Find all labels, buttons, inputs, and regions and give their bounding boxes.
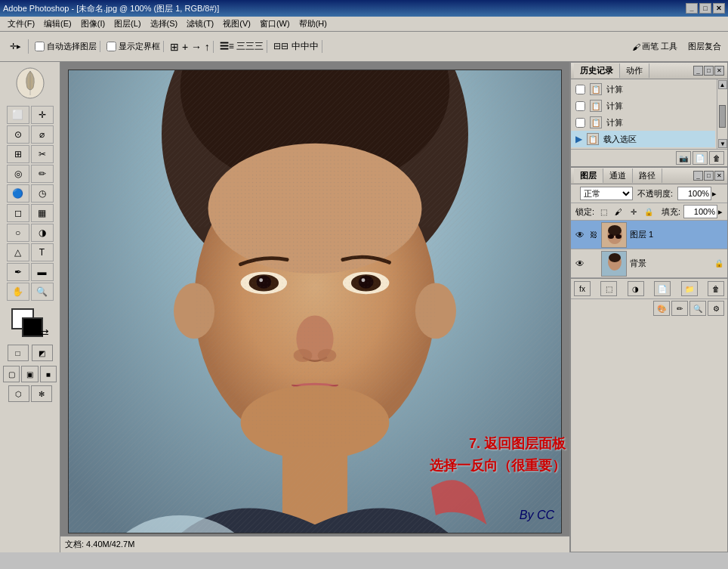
clone-stamp-tool[interactable]: 🔵 bbox=[7, 184, 29, 203]
lock-transparent-btn[interactable]: ⬚ bbox=[597, 206, 609, 218]
history-new-doc-btn[interactable]: 📄 bbox=[693, 151, 708, 165]
pen-tool[interactable]: ✒ bbox=[7, 263, 29, 281]
brush-tool-group-btn[interactable]: 🖌 画笔 工具 bbox=[628, 39, 681, 54]
magic-wand-tool[interactable]: ⌀ bbox=[31, 125, 54, 144]
new-layer-btn[interactable]: 📄 bbox=[654, 281, 671, 296]
crop-tool[interactable]: ⊞ bbox=[7, 145, 29, 163]
blur-tool[interactable]: ○ bbox=[7, 224, 29, 242]
swap-colors-icon[interactable]: ⇄ bbox=[40, 326, 49, 339]
layers-tab[interactable]: 图层 bbox=[574, 169, 603, 183]
history-minimize-btn[interactable]: _ bbox=[693, 66, 703, 76]
background-visibility-eye[interactable]: 👁 bbox=[574, 258, 586, 270]
lasso-tool[interactable]: ⊙ bbox=[7, 125, 29, 144]
menu-image[interactable]: 图像(I) bbox=[76, 17, 110, 31]
delete-layer-btn[interactable]: 🗑 bbox=[708, 281, 724, 296]
minimize-button[interactable]: _ bbox=[686, 3, 698, 14]
history-item-3[interactable]: 📋 计算 bbox=[571, 114, 715, 131]
menu-filter[interactable]: 滤镜(T) bbox=[182, 17, 218, 31]
show-bounds-checkbox[interactable] bbox=[106, 42, 116, 51]
layer-extra-2[interactable]: ✏ bbox=[671, 301, 688, 316]
history-tab[interactable]: 历史记录 bbox=[574, 63, 620, 78]
auto-select-checkbox[interactable] bbox=[35, 42, 45, 51]
layer-extra-3[interactable]: 🔍 bbox=[689, 301, 706, 316]
canvas-bottom-bar: 文档: 4.40M/42.7M bbox=[60, 536, 569, 552]
extra-tool-1[interactable]: ⬡ bbox=[8, 385, 29, 402]
scrollbar-thumb[interactable] bbox=[719, 105, 726, 128]
layer-item-1[interactable]: 👁 ⛓ 图层 1 bbox=[571, 221, 727, 249]
menu-file[interactable]: 文件(F) bbox=[3, 17, 39, 31]
shape-tool[interactable]: ▬ bbox=[31, 263, 54, 281]
eraser-tool[interactable]: ◻ bbox=[7, 204, 29, 222]
layers-minimize-btn[interactable]: _ bbox=[693, 171, 703, 181]
menu-window[interactable]: 窗口(W) bbox=[255, 17, 295, 31]
layer-extra-1[interactable]: 🎨 bbox=[653, 301, 670, 316]
full-screen-menu-btn[interactable]: ▣ bbox=[21, 366, 38, 382]
blend-mode-select[interactable]: 正常 溶解 正片叠底 bbox=[580, 187, 633, 200]
extra-tool-2[interactable]: ✻ bbox=[31, 385, 52, 402]
history-item-2-checkbox[interactable] bbox=[575, 101, 585, 111]
new-fill-layer-btn[interactable]: ◑ bbox=[628, 281, 644, 296]
move-tool-btn[interactable]: ✛▸ bbox=[6, 39, 25, 54]
show-bounds-label[interactable]: 显示定界框 bbox=[106, 41, 160, 52]
healing-brush-tool[interactable]: ◎ bbox=[7, 165, 29, 183]
layers-maximize-btn[interactable]: □ bbox=[704, 171, 714, 181]
pencil-tool[interactable]: ✏ bbox=[31, 165, 54, 183]
standard-mode-btn[interactable]: □ bbox=[8, 345, 29, 361]
opacity-arrow[interactable]: ▸ bbox=[712, 189, 717, 199]
opacity-input[interactable] bbox=[677, 187, 711, 200]
paths-tab[interactable]: 路径 bbox=[633, 169, 662, 183]
layers-close-btn[interactable]: ✕ bbox=[714, 171, 724, 181]
history-close-btn[interactable]: ✕ bbox=[714, 66, 724, 76]
fill-input[interactable] bbox=[683, 205, 717, 218]
quick-mask-btn[interactable]: ◩ bbox=[32, 345, 53, 361]
text-tool[interactable]: T bbox=[31, 243, 54, 261]
svg-point-36 bbox=[608, 234, 614, 239]
rectangular-marquee-tool[interactable]: ⬜ bbox=[7, 106, 29, 124]
close-button[interactable]: ✕ bbox=[713, 3, 725, 14]
menu-view[interactable]: 视图(V) bbox=[218, 17, 255, 31]
history-scrollbar[interactable]: ▲ ▼ bbox=[717, 79, 727, 149]
history-item-3-icon: 📋 bbox=[590, 116, 602, 128]
fill-arrow[interactable]: ▸ bbox=[718, 207, 723, 217]
full-screen-btn[interactable]: ■ bbox=[40, 366, 57, 382]
menu-help[interactable]: 帮助(H) bbox=[295, 17, 332, 31]
zoom-tool[interactable]: 🔍 bbox=[31, 283, 54, 301]
history-item-4[interactable]: ▶ 📋 载入选区 bbox=[571, 131, 715, 147]
history-item-1-checkbox[interactable] bbox=[575, 85, 585, 94]
scrollbar-up-btn[interactable]: ▲ bbox=[718, 80, 727, 89]
menu-layer[interactable]: 图层(L) bbox=[110, 17, 145, 31]
history-brush-tool[interactable]: ◷ bbox=[31, 184, 54, 203]
layer-mask-btn[interactable]: ⬚ bbox=[600, 281, 617, 296]
history-maximize-btn[interactable]: □ bbox=[704, 66, 714, 76]
toolbox: ⬜ ✛ ⊙ ⌀ ⊞ ✂ ◎ ✏ 🔵 ◷ ◻ ▦ ○ ◑ △ T bbox=[0, 62, 60, 552]
scrollbar-down-btn[interactable]: ▼ bbox=[718, 139, 727, 148]
hand-tool[interactable]: ✋ bbox=[7, 283, 29, 301]
layer-style-btn[interactable]: fx bbox=[574, 281, 591, 296]
move-tool[interactable]: ✛ bbox=[31, 106, 54, 124]
history-item-3-checkbox[interactable] bbox=[575, 118, 585, 128]
history-delete-btn[interactable]: 🗑 bbox=[709, 151, 724, 165]
standard-screen-btn[interactable]: ▢ bbox=[3, 366, 20, 382]
path-tool[interactable]: △ bbox=[7, 243, 29, 261]
lock-all-btn[interactable]: 🔒 bbox=[643, 206, 655, 218]
channels-tab[interactable]: 通道 bbox=[603, 169, 633, 183]
history-item-2[interactable]: 📋 计算 bbox=[571, 97, 715, 114]
layer-composite-btn[interactable]: 图层复合 bbox=[684, 39, 725, 54]
actions-tab[interactable]: 动作 bbox=[620, 63, 649, 78]
layer-extra-4[interactable]: ⚙ bbox=[708, 301, 724, 316]
dodge-tool[interactable]: ◑ bbox=[31, 224, 54, 242]
layer-item-background[interactable]: 👁 背景 🔒 bbox=[571, 249, 727, 278]
slice-tool[interactable]: ✂ bbox=[31, 145, 54, 163]
title-text: Adobe Photoshop - [未命名.jpg @ 100% (图层 1,… bbox=[3, 3, 219, 14]
menu-edit[interactable]: 编辑(E) bbox=[39, 17, 76, 31]
menu-select[interactable]: 选择(S) bbox=[146, 17, 183, 31]
lock-position-btn[interactable]: ✛ bbox=[628, 206, 640, 218]
auto-select-label[interactable]: 自动选择图层 bbox=[35, 41, 97, 52]
history-snapshot-btn[interactable]: 📷 bbox=[676, 151, 691, 165]
layer-1-visibility-eye[interactable]: 👁 bbox=[574, 229, 586, 241]
lock-image-btn[interactable]: 🖌 bbox=[612, 206, 625, 218]
history-item-1[interactable]: 📋 计算 bbox=[571, 81, 715, 97]
maximize-button[interactable]: □ bbox=[699, 3, 711, 14]
gradient-tool[interactable]: ▦ bbox=[31, 204, 54, 222]
layer-group-btn[interactable]: 📁 bbox=[681, 281, 698, 296]
